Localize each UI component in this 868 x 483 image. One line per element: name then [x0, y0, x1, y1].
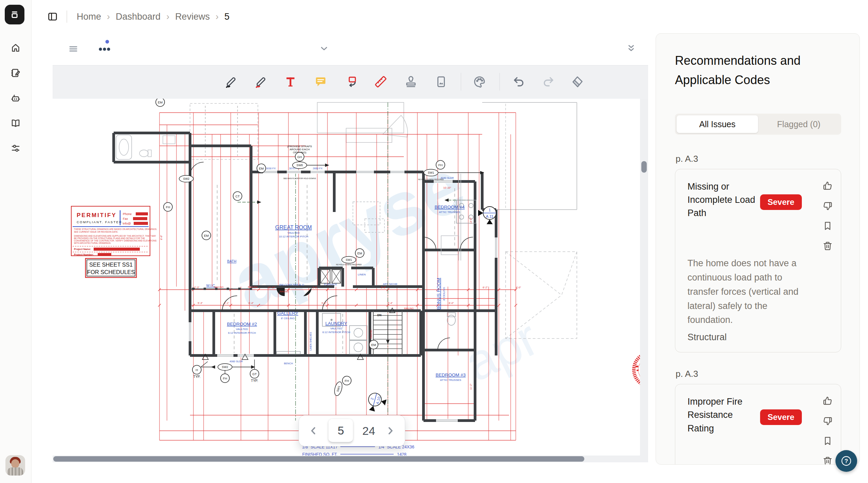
- sidebar-item-assistant[interactable]: [8, 90, 23, 106]
- thumbs-up-icon[interactable]: [823, 181, 833, 191]
- notebook-pen-icon: [11, 68, 21, 78]
- dots-icon: [96, 38, 112, 54]
- breadcrumb-home[interactable]: Home: [77, 12, 101, 22]
- svg-text:CONVENIENCE OF THE CONTRACTOR.: CONVENIENCE OF THE CONTRACTOR. VERIFY DI…: [74, 239, 156, 242]
- trash-icon[interactable]: [823, 456, 833, 465]
- breadcrumb-dashboard[interactable]: Dashboard: [116, 12, 161, 22]
- user-avatar[interactable]: [5, 455, 25, 476]
- vertical-scrollbar-thumb[interactable]: [641, 161, 647, 173]
- chevron-right-icon: [385, 426, 395, 436]
- svg-text:EM: EM: [158, 100, 163, 104]
- image-tool-button[interactable]: [433, 73, 449, 91]
- svg-text:NO HOLD-DOWNS REQUIRED: NO HOLD-DOWNS REQUIRED: [336, 264, 362, 266]
- svg-text:8' CEILING: 8' CEILING: [281, 317, 295, 320]
- note-tool-button[interactable]: [313, 73, 328, 91]
- trash-icon[interactable]: [823, 241, 833, 251]
- app-logo[interactable]: [5, 5, 24, 24]
- svg-text:TYP.: TYP.: [193, 375, 201, 379]
- issue-description: The home does not have a continuous load…: [687, 256, 806, 327]
- hamburger-icon: [68, 44, 79, 54]
- current-page-input[interactable]: 5: [328, 419, 353, 443]
- svg-text:A.10: A.10: [375, 396, 381, 405]
- freehand-highlight-tool-button[interactable]: [253, 73, 269, 91]
- svg-text:BATH: BATH: [227, 259, 236, 263]
- jar-logo-icon: [9, 9, 20, 20]
- thumbs-up-icon[interactable]: [823, 396, 833, 406]
- viewer-menu-button[interactable]: [67, 42, 80, 55]
- style-tool-button[interactable]: [472, 73, 487, 91]
- svg-text:BONUS ROOM: BONUS ROOM: [436, 278, 441, 310]
- issue-title: Missing or Incomplete Load Path: [687, 180, 757, 220]
- svg-text:Project Number:: Project Number:: [74, 253, 94, 256]
- loading-dots-indicator[interactable]: [96, 38, 112, 54]
- undo-button[interactable]: [511, 73, 527, 91]
- avatar-face: [11, 459, 19, 468]
- eraser-tool-button[interactable]: [569, 73, 585, 91]
- sidebar-item-settings[interactable]: [8, 140, 23, 156]
- breadcrumb-chevron-icon: ›: [107, 12, 110, 22]
- issue-actions: [823, 181, 833, 251]
- sidebar-item-home[interactable]: [8, 40, 23, 56]
- issue-card[interactable]: Missing or Incomplete Load Path Severe: [675, 169, 841, 352]
- previous-page-button[interactable]: [308, 425, 319, 437]
- svg-text:apr: apr: [456, 309, 547, 392]
- svg-text:9'-0": 9'-0": [322, 302, 327, 305]
- stamp-tool-button[interactable]: [403, 73, 419, 91]
- measure-tool-button[interactable]: [373, 73, 389, 91]
- sidebar: [0, 0, 32, 483]
- horizontal-scrollbar-thumb[interactable]: [53, 456, 584, 462]
- thumbs-down-icon[interactable]: [823, 201, 833, 211]
- annotation-toolbar: [53, 65, 648, 99]
- document-select-dropdown[interactable]: [318, 43, 331, 54]
- chevrons-down-icon: [626, 42, 637, 54]
- svg-text:8' CEILING: 8' CEILING: [442, 287, 446, 301]
- pen-tool-button[interactable]: [223, 73, 239, 91]
- svg-text:BEDROOM #3: BEDROOM #3: [436, 372, 466, 378]
- svg-text:2: 2: [370, 397, 374, 400]
- chevron-down-icon: [318, 43, 330, 54]
- sidebar-item-reviews[interactable]: [8, 65, 23, 81]
- comment-note-icon: [314, 75, 327, 88]
- next-page-button[interactable]: [384, 425, 396, 437]
- redo-button[interactable]: [541, 73, 556, 91]
- svg-text:6'-2": 6'-2": [483, 286, 488, 289]
- svg-text:FH: FH: [166, 205, 170, 209]
- breadcrumb-chevron-icon: ›: [215, 12, 219, 22]
- svg-text:3'-6": 3'-6": [313, 286, 318, 289]
- tab-all-issues[interactable]: All Issues: [677, 115, 758, 133]
- bookmark-icon[interactable]: [823, 436, 833, 446]
- tab-flagged[interactable]: Flagged (0): [758, 115, 839, 133]
- issue-card[interactable]: Improper Fire Resistance Rating Severe: [675, 384, 841, 465]
- help-button[interactable]: ?: [835, 450, 857, 472]
- collapse-panel-button[interactable]: [626, 42, 638, 55]
- thumbs-down-icon[interactable]: [823, 416, 833, 426]
- horizontal-scrollbar[interactable]: [53, 456, 648, 462]
- svg-text:H: H: [196, 368, 198, 372]
- svg-text:RAILING: RAILING: [404, 307, 414, 310]
- highlight-pen-icon: [254, 75, 267, 88]
- breadcrumb-reviews[interactable]: Reviews: [175, 12, 210, 22]
- svg-text:SEE MAIN FLOOR FOR HOLD-DOWNS: SEE MAIN FLOOR FOR HOLD-DOWNS: [283, 177, 316, 179]
- sidebar-toggle-button[interactable]: [46, 10, 59, 23]
- bookmark-icon[interactable]: [823, 221, 833, 231]
- svg-text:BE PROVIDED ON THE STRUCTURAL: BE PROVIDED ON THE STRUCTURAL PLANS AND …: [74, 237, 145, 239]
- ruler-icon: [374, 75, 387, 88]
- help-icon: ?: [840, 455, 852, 467]
- svg-text:2'-3": 2'-3": [194, 286, 200, 289]
- text-tool-button[interactable]: [283, 73, 298, 91]
- pen-icon: [225, 75, 238, 88]
- svg-text:3030 FX: 3030 FX: [266, 167, 276, 170]
- svg-text:LINEN: LINEN: [358, 273, 366, 276]
- sidebar-item-library[interactable]: [8, 115, 23, 131]
- svg-text:?: ?: [845, 458, 848, 464]
- issues-tabs: All Issues Flagged (0): [675, 114, 841, 135]
- svg-text:FURNACE: FURNACE: [324, 283, 337, 286]
- document-page[interactable]: apryseaprDNRAILINGGREAT ROOMVAULTED10:12…: [53, 99, 640, 456]
- book-open-icon: [11, 118, 21, 128]
- sidebar-nav: [0, 40, 31, 156]
- stamp-icon: [404, 75, 417, 88]
- shapes-tool-button[interactable]: [343, 73, 359, 91]
- svg-text:5'-3": 5'-3": [198, 302, 203, 305]
- vertical-scrollbar[interactable]: [640, 99, 648, 456]
- svg-text:13'-6": 13'-6": [469, 217, 472, 224]
